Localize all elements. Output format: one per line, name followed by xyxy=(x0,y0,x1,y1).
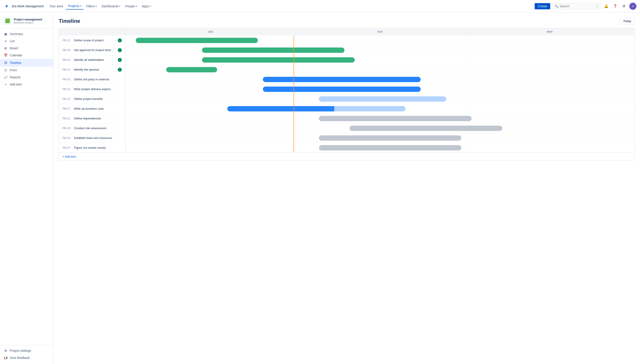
gantt-bar[interactable] xyxy=(202,48,344,53)
task-row-left-PM-17[interactable]: PM-17Write up business case xyxy=(59,104,126,114)
task-row-left-PM-32[interactable]: PM-32Write project delivery expect... xyxy=(59,84,126,94)
nav-projects[interactable]: Projects ▾ xyxy=(66,3,84,10)
gantt-bar[interactable] xyxy=(136,38,258,43)
user-avatar[interactable]: U xyxy=(629,3,636,10)
task-row-right-PM-35 xyxy=(126,45,634,55)
sidebar-item-reports[interactable]: 📈 Reports xyxy=(0,74,53,81)
gantt-bar[interactable] xyxy=(319,96,446,102)
main-content: Timeline Today JAN FEB MAR PM-11Define s… xyxy=(53,12,640,364)
sidebar-item-summary[interactable]: ▦ Summary xyxy=(0,30,53,38)
task-row-left-PM-10[interactable]: PM-10Establish team and resources xyxy=(59,133,126,143)
task-done-check: ✓ xyxy=(118,58,122,62)
task-row-left-PM-12[interactable]: PM-12Define dependencies xyxy=(59,114,126,123)
gantt-bar[interactable] xyxy=(166,67,217,72)
sidebar-item-board[interactable]: ⊞ Board xyxy=(0,44,53,52)
task-row-right-PM-27 xyxy=(126,143,634,152)
sidebar-item-form[interactable]: ☑ Form xyxy=(0,66,53,74)
notifications-button[interactable]: 🔔 xyxy=(603,3,610,10)
timeline-icon: ⊟ xyxy=(4,60,8,65)
timeline-header: JAN FEB MAR xyxy=(59,28,634,35)
sidebar-item-timeline[interactable]: ⊟ Timeline xyxy=(0,59,53,66)
month-feb: FEB xyxy=(295,28,465,35)
today-line xyxy=(294,84,294,94)
nav-people[interactable]: People ▾ xyxy=(123,3,139,9)
add-item-row[interactable]: + Add item xyxy=(59,152,634,160)
project-settings-icon: ⚙ xyxy=(4,349,8,352)
today-line xyxy=(294,124,294,133)
sidebar-item-project-settings[interactable]: ⚙ Project settings xyxy=(0,347,53,354)
task-row-left-PM-11[interactable]: PM-11Define scope of project✓ xyxy=(59,35,126,45)
task-row-right-PM-32 xyxy=(126,84,634,94)
task-row-left-PM-14[interactable]: PM-14Identify all stakeholders✓ xyxy=(59,55,126,64)
sidebar-spacer xyxy=(0,88,53,343)
main-navigation: Your work Projects ▾ Filters ▾ Dashboard… xyxy=(47,3,153,10)
gantt-bar[interactable] xyxy=(263,86,421,92)
gantt-bar[interactable] xyxy=(227,106,405,112)
nav-your-work[interactable]: Your work xyxy=(47,3,65,9)
table-row: PM-29Conduct risk assessment xyxy=(59,123,634,133)
project-details: Project management Business project xyxy=(14,18,42,24)
table-row: PM-12Define dependencies xyxy=(59,114,634,123)
task-row-right-PM-29 xyxy=(126,123,634,133)
today-line xyxy=(294,114,294,123)
give-feedback-icon: 📢 xyxy=(4,356,8,360)
task-row-left-PM-13[interactable]: PM-13Identify the sponsor✓ xyxy=(59,64,126,74)
nav-apps[interactable]: Apps ▾ xyxy=(140,3,153,9)
settings-button[interactable]: ⚙ xyxy=(620,3,627,10)
task-name: Identify all stakeholders xyxy=(74,58,116,62)
project-name: Project management xyxy=(14,18,42,21)
table-row: PM-17Write up business case xyxy=(59,104,634,114)
task-id: PM-10 xyxy=(62,136,72,140)
today-button[interactable]: Today xyxy=(620,18,635,24)
summary-icon: ▦ xyxy=(4,32,8,36)
task-row-left-PM-33[interactable]: PM-33Define 3rd party or external xyxy=(59,74,126,84)
gantt-bar[interactable] xyxy=(319,145,461,150)
gantt-bar[interactable] xyxy=(319,136,461,141)
board-icon: ⊞ xyxy=(4,46,8,50)
task-row-right-PM-13 xyxy=(126,64,634,74)
gantt-bar[interactable] xyxy=(202,57,355,62)
task-name: Define scope of project xyxy=(74,38,116,42)
task-done-check: ✓ xyxy=(118,38,122,42)
table-row: PM-10Establish team and resources xyxy=(59,133,634,143)
sidebar-item-calendar[interactable]: 📅 Calendar xyxy=(0,52,53,59)
task-row-left-PM-22[interactable]: PM-22Define project benefits xyxy=(59,94,126,104)
app-logo-icon xyxy=(4,3,10,9)
sidebar-item-list[interactable]: ≡ List xyxy=(0,38,53,44)
sidebar-label-summary: Summary xyxy=(10,32,23,36)
task-row-left-PM-35[interactable]: PM-35Get approval for project fund...✓ xyxy=(59,45,126,55)
search-input[interactable] xyxy=(560,4,594,8)
app-name: Jira Work Management xyxy=(12,4,44,8)
sidebar-item-add-item[interactable]: + Add item xyxy=(0,81,53,88)
calendar-icon: 📅 xyxy=(4,54,8,57)
task-row-left-PM-27[interactable]: PM-27Figure out review rounds xyxy=(59,143,126,152)
nav-filters[interactable]: Filters ▾ xyxy=(84,3,99,9)
search-icon: 🔍 xyxy=(554,4,558,8)
app-logo[interactable]: Jira Work Management xyxy=(4,3,44,9)
gantt-bar[interactable] xyxy=(350,126,502,131)
today-line xyxy=(294,65,294,74)
nav-dashboards[interactable]: Dashboards ▾ xyxy=(99,3,123,9)
table-row: PM-22Define project benefits xyxy=(59,94,634,104)
help-button[interactable]: ❓ xyxy=(611,3,619,10)
today-line xyxy=(294,74,294,84)
create-button[interactable]: Create xyxy=(535,3,550,9)
task-id: PM-22 xyxy=(62,98,72,100)
sidebar-item-give-feedback[interactable]: 📢 Give feedback xyxy=(0,354,53,361)
task-row-right-PM-12 xyxy=(126,114,634,123)
today-line xyxy=(294,36,294,45)
task-row-right-PM-14 xyxy=(126,55,634,64)
page-title: Timeline xyxy=(59,18,80,24)
search-shortcut: / xyxy=(595,4,598,8)
task-name: Write up business case xyxy=(74,107,122,110)
gantt-bar[interactable] xyxy=(263,77,421,82)
form-icon: ☑ xyxy=(4,68,8,72)
task-name: Define project benefits xyxy=(74,97,122,100)
task-row-right-PM-33 xyxy=(126,74,634,84)
gantt-bar[interactable] xyxy=(319,116,472,121)
search-box[interactable]: 🔍 / xyxy=(552,3,601,9)
list-icon: ≡ xyxy=(4,39,8,43)
sidebar-label-add-item: Add item xyxy=(10,82,22,86)
task-row-left-PM-29[interactable]: PM-29Conduct risk assessment xyxy=(59,123,126,133)
task-row-right-PM-22 xyxy=(126,94,634,104)
